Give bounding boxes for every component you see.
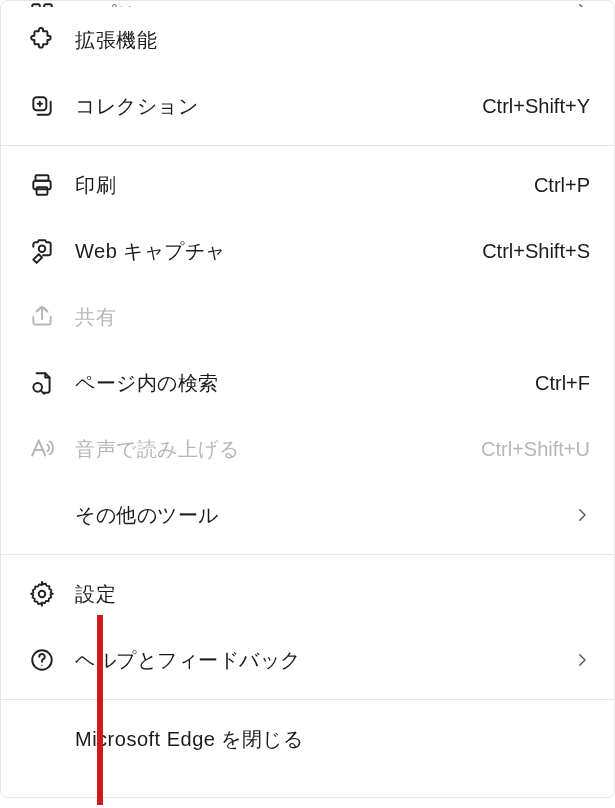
annotation-highlight: [97, 615, 103, 805]
chevron-right-icon: [568, 1, 596, 7]
menu-item-label: 印刷: [59, 172, 534, 199]
extensions-icon: [25, 27, 59, 53]
menu-item-extensions[interactable]: 拡張機能: [1, 7, 614, 73]
svg-point-6: [39, 246, 46, 253]
menu-item-label: ヘルプとフィードバック: [59, 647, 568, 674]
menu-item-share: 共有: [1, 284, 614, 350]
menu-item-shortcut: Ctrl+P: [534, 174, 596, 197]
apps-icon: [25, 1, 59, 7]
menu-item-shortcut: Ctrl+F: [535, 372, 596, 395]
svg-point-10: [41, 665, 42, 666]
menu-item-label: Microsoft Edge を閉じる: [59, 726, 596, 753]
menu-item-settings[interactable]: 設定: [1, 561, 614, 627]
read-aloud-icon: [25, 436, 59, 462]
menu-item-label: 拡張機能: [59, 27, 596, 54]
svg-rect-5: [37, 187, 48, 195]
menu-item-label: その他のツール: [59, 502, 568, 529]
menu-separator: [1, 554, 614, 555]
print-icon: [25, 172, 59, 198]
menu-item-shortcut: Ctrl+Shift+Y: [482, 95, 596, 118]
svg-rect-0: [32, 4, 40, 7]
menu-separator: [1, 699, 614, 700]
menu-item-close-edge[interactable]: Microsoft Edge を閉じる: [1, 706, 614, 772]
menu-item-find-on-page[interactable]: ページ内の検索 Ctrl+F: [1, 350, 614, 416]
collections-icon: [25, 93, 59, 119]
web-capture-icon: [25, 238, 59, 264]
menu-item-label: コレクション: [59, 93, 482, 120]
menu-item-label: 設定: [59, 581, 596, 608]
menu-separator: [1, 145, 614, 146]
chevron-right-icon: [568, 651, 596, 669]
menu-item-more-tools[interactable]: その他のツール: [1, 482, 614, 548]
browser-overflow-menu: アプリ 拡張機能 コレクション Ctrl+Shift+Y: [0, 0, 615, 798]
help-icon: [25, 647, 59, 673]
find-on-page-icon: [25, 370, 59, 396]
share-icon: [25, 304, 59, 330]
svg-rect-1: [44, 4, 52, 7]
menu-item-label: Web キャプチャ: [59, 238, 482, 265]
menu-item-collections[interactable]: コレクション Ctrl+Shift+Y: [1, 73, 614, 139]
chevron-right-icon: [568, 506, 596, 524]
menu-item-label: 共有: [59, 304, 596, 331]
menu-item-label: アプリ: [59, 1, 568, 7]
menu-item-read-aloud: 音声で読み上げる Ctrl+Shift+U: [1, 416, 614, 482]
menu-item-shortcut: Ctrl+Shift+U: [481, 438, 596, 461]
menu-item-print[interactable]: 印刷 Ctrl+P: [1, 152, 614, 218]
menu-item-web-capture[interactable]: Web キャプチャ Ctrl+Shift+S: [1, 218, 614, 284]
menu-item-label: 音声で読み上げる: [59, 436, 481, 463]
svg-point-8: [39, 591, 46, 598]
menu-item-shortcut: Ctrl+Shift+S: [482, 240, 596, 263]
menu-item-apps[interactable]: アプリ: [1, 1, 614, 7]
gear-icon: [25, 581, 59, 607]
menu-item-help-feedback[interactable]: ヘルプとフィードバック: [1, 627, 614, 693]
menu-item-label: ページ内の検索: [59, 370, 535, 397]
